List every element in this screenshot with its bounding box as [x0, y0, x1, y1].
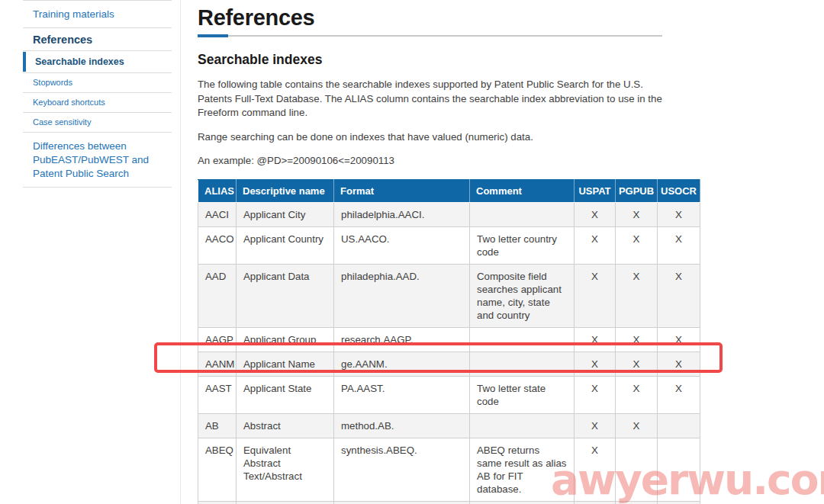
table-row-aagp: AAGPApplicant Groupresearch.AAGP.XXX — [198, 327, 700, 352]
cell-aaco-usocr: X — [658, 226, 700, 264]
page-title: References — [198, 5, 716, 30]
cell-aast-comment: Two letter state code — [470, 376, 575, 413]
cell-aad-format: philadephia.AAD. — [334, 264, 470, 327]
sidebar-item-stopwords[interactable]: Stopwords — [23, 72, 172, 92]
range-note-paragraph: Range searching can be done on indexes t… — [198, 130, 672, 145]
table-head: ALIASDescriptive nameFormatCommentUSPATP… — [198, 179, 700, 202]
table-row-aaco: AACOApplicant CountryUS.AACO.Two letter … — [198, 226, 700, 264]
section-heading: Searchable indexes — [198, 52, 716, 68]
cell-aaci-format: philadelphia.AACI. — [334, 202, 470, 226]
cell-aaco-format: US.AACO. — [334, 226, 470, 264]
title-divider — [198, 34, 662, 37]
cell-aad-name: Applicant Data — [237, 264, 334, 327]
cell-aagp-format: research.AAGP. — [334, 327, 470, 352]
title-divider-gray — [198, 35, 662, 37]
cell-aast-pgpub: X — [616, 376, 658, 413]
cell-abfn-name: Abstract — [237, 501, 334, 504]
cell-aanm-uspat: X — [575, 352, 616, 376]
table-header-row: ALIASDescriptive nameFormatCommentUSPATP… — [198, 179, 700, 202]
cell-aanm-name: Applicant Name — [237, 352, 334, 376]
cell-abfn-format: synthesis.ABFN. — [334, 501, 470, 504]
cell-abfn-pgpub — [616, 501, 658, 504]
cell-abfn-uspat: X — [575, 501, 616, 504]
searchable-indexes-table: ALIASDescriptive nameFormatCommentUSPATP… — [198, 179, 700, 504]
cell-aaco-name: Applicant Country — [237, 226, 334, 264]
column-header-descriptive-name: Descriptive name — [237, 179, 334, 202]
cell-aagp-pgpub: X — [616, 327, 658, 352]
cell-aad-comment: Composite field searches applicant name,… — [470, 264, 575, 327]
cell-aaco-comment: Two letter country code — [470, 226, 575, 264]
cell-aast-format: PA.AAST. — [334, 376, 470, 413]
table-row-aaci: AACIApplicant Cityphiladelphia.AACI.XXX — [198, 202, 700, 226]
column-header-comment: Comment — [470, 179, 575, 202]
cell-abeq-alias: ABEQ — [198, 438, 237, 501]
table-row-aanm: AANMApplicant Namege.AANM.XXX — [198, 352, 700, 376]
sidebar-item-training-materials[interactable]: Training materials — [23, 0, 172, 27]
column-header-usocr: USOCR — [658, 179, 700, 202]
cell-aagp-uspat: X — [575, 327, 616, 352]
cell-aaco-uspat: X — [575, 226, 616, 264]
cell-aast-uspat: X — [575, 376, 616, 413]
sidebar-item-searchable-indexes[interactable]: Searchable indexes — [23, 50, 172, 72]
cell-ab-pgpub: X — [616, 413, 658, 438]
cell-aaci-comment — [470, 202, 575, 226]
column-header-pgpub: PGPUB — [616, 179, 658, 202]
cell-aagp-usocr: X — [658, 327, 700, 352]
sidebar-item-references[interactable]: References — [23, 27, 172, 50]
page: Training materialsReferencesSearchable i… — [0, 0, 824, 504]
cell-abeq-format: synthesis.ABEQ. — [334, 438, 470, 501]
cell-aaci-uspat: X — [575, 202, 616, 226]
table-body: AACIApplicant Cityphiladelphia.AACI.XXXA… — [198, 202, 700, 504]
table-row-abeq: ABEQEquivalent Abstract Text/Abstractsyn… — [198, 438, 700, 501]
cell-aad-pgpub: X — [616, 264, 658, 327]
cell-abfn-alias: ABFN — [198, 501, 237, 504]
intro-paragraph: The following table contains the searcha… — [198, 78, 672, 120]
cell-ab-name: Abstract — [237, 413, 334, 438]
cell-ab-uspat: X — [575, 413, 616, 438]
main-content: References Searchable indexes The follow… — [198, 0, 716, 504]
cell-abfn-usocr: X — [658, 501, 700, 504]
cell-ab-usocr — [658, 413, 700, 438]
cell-aast-usocr: X — [658, 376, 700, 413]
table-row-aad: AADApplicant Dataphiladephia.AAD.Composi… — [198, 264, 700, 327]
cell-aad-usocr: X — [658, 264, 700, 327]
cell-abfn-comment: ABFN returns same result as alias AB for… — [470, 501, 575, 504]
cell-aanm-comment — [470, 352, 575, 376]
sidebar-item-case-sensitivity[interactable]: Case sensitivity — [23, 112, 172, 132]
column-header-uspat: USPAT — [575, 179, 616, 202]
column-header-alias: ALIAS — [198, 179, 237, 202]
cell-ab-format: method.AB. — [334, 413, 470, 438]
cell-aad-uspat: X — [575, 264, 616, 327]
table-row-ab: ABAbstractmethod.AB.XX — [198, 413, 700, 438]
cell-aanm-format: ge.AANM. — [334, 352, 470, 376]
cell-aagp-comment — [470, 327, 575, 352]
cell-abeq-name: Equivalent Abstract Text/Abstract — [237, 438, 334, 501]
cell-aad-alias: AAD — [198, 264, 237, 327]
cell-abeq-uspat: X — [575, 438, 616, 501]
sidebar-item-keyboard-shortcuts[interactable]: Keyboard shortcuts — [23, 92, 172, 112]
cell-aaci-pgpub: X — [616, 202, 658, 226]
cell-aaci-usocr: X — [658, 202, 700, 226]
cell-ab-alias: AB — [198, 413, 237, 438]
cell-abeq-comment: ABEQ returns same result as alias AB for… — [470, 438, 575, 501]
table-row-abfn: ABFNAbstractsynthesis.ABFN.ABFN returns … — [198, 501, 700, 504]
cell-abeq-usocr — [658, 438, 700, 501]
cell-aaci-alias: AACI — [198, 202, 237, 226]
cell-aast-name: Applicant State — [237, 376, 334, 413]
cell-aanm-alias: AANM — [198, 352, 237, 376]
sidebar-item-differences[interactable]: Differences between PubEAST/PubWEST and … — [23, 132, 172, 188]
cell-aanm-usocr: X — [658, 352, 700, 376]
example-paragraph: An example: @PD>=20090106<=20090113 — [198, 154, 672, 169]
cell-aagp-name: Applicant Group — [237, 327, 334, 352]
table-row-aast: AASTApplicant StatePA.AAST.Two letter st… — [198, 376, 700, 413]
column-header-format: Format — [334, 179, 470, 202]
cell-ab-comment — [470, 413, 575, 438]
title-divider-accent — [198, 34, 228, 37]
cell-aaci-name: Applicant City — [237, 202, 334, 226]
cell-abeq-pgpub — [616, 438, 658, 501]
cell-aast-alias: AAST — [198, 376, 237, 413]
cell-aaco-pgpub: X — [616, 226, 658, 264]
cell-aagp-alias: AAGP — [198, 327, 237, 352]
sidebar-nav: Training materialsReferencesSearchable i… — [0, 0, 181, 504]
cell-aaco-alias: AACO — [198, 226, 237, 264]
